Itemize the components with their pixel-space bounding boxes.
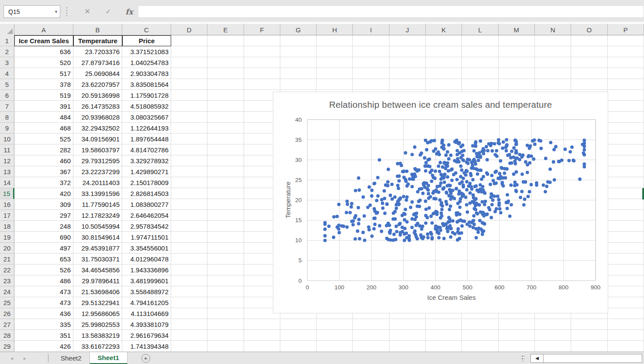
cell-D15[interactable] [171,188,207,199]
cell-D25[interactable] [171,297,207,308]
row-header-4[interactable]: 4 [0,68,14,79]
cell-C28[interactable]: 2.961679634 [122,330,171,341]
sheet-tab-sheet1[interactable]: Sheet1 [90,352,127,364]
cell-C26[interactable]: 4.113104669 [122,308,171,319]
cell-D11[interactable] [171,144,207,155]
cell-A25[interactable]: 473 [14,297,73,308]
cell-E21[interactable] [207,254,244,264]
row-header-18[interactable]: 18 [0,221,14,232]
cell-O29[interactable] [571,341,607,352]
cell-P13[interactable] [608,166,644,177]
cell-P15[interactable] [608,188,644,199]
cell-D5[interactable] [171,79,207,90]
cell-D19[interactable] [171,232,207,243]
cell-P10[interactable] [608,134,644,144]
cell-D16[interactable] [171,199,207,210]
cell-B27[interactable]: 25.99802553 [73,319,122,330]
cell-A29[interactable]: 426 [14,341,73,352]
select-all-button[interactable] [0,24,14,35]
cell-E24[interactable] [207,286,244,297]
cell-C16[interactable]: 1.083800277 [122,199,171,210]
row-header-28[interactable]: 28 [0,330,14,341]
row-header-9[interactable]: 9 [0,123,14,134]
horizontal-scrollbar[interactable]: ◀ [530,354,644,363]
cell-A15[interactable]: 420 [14,188,73,199]
cell-G27[interactable] [280,319,317,330]
cell-O5[interactable] [571,79,607,90]
cell-C12[interactable]: 3.329278932 [122,155,171,166]
cell-D20[interactable] [171,243,207,254]
cell-J29[interactable] [389,341,426,352]
cell-F4[interactable] [244,68,280,79]
row-header-16[interactable]: 16 [0,199,14,210]
cell-E23[interactable] [207,275,244,286]
cell-E16[interactable] [207,199,244,210]
scroll-left-icon[interactable]: ◀ [530,354,544,363]
cell-A18[interactable]: 248 [14,221,73,232]
cell-P25[interactable] [608,297,644,308]
cell-A3[interactable]: 520 [14,57,73,68]
cell-K2[interactable] [426,46,462,57]
cell-P7[interactable] [608,101,644,112]
column-header-I[interactable]: I [353,24,389,35]
cell-A12[interactable]: 460 [14,155,73,166]
cell-B11[interactable]: 19.58603797 [73,144,122,155]
cell-J4[interactable] [389,68,426,79]
cell-C8[interactable]: 3.080325667 [122,112,171,123]
cell-C3[interactable]: 1.040254783 [122,57,171,68]
cell-M28[interactable] [499,330,535,341]
cell-L28[interactable] [462,330,498,341]
cell-J27[interactable] [389,319,426,330]
cell-M3[interactable] [499,57,535,68]
cell-A4[interactable]: 517 [14,68,73,79]
cell-F1[interactable] [244,35,280,46]
cell-E27[interactable] [207,319,244,330]
cell-P9[interactable] [608,123,644,134]
cell-C6[interactable]: 1.175901728 [122,90,171,101]
cell-E12[interactable] [207,155,244,166]
cell-G4[interactable] [280,68,317,79]
cell-N4[interactable] [535,68,571,79]
column-header-D[interactable]: D [171,24,207,35]
cell-G28[interactable] [280,330,317,341]
cell-M2[interactable] [499,46,535,57]
cell-B9[interactable]: 32.29432502 [73,123,122,134]
cell-P4[interactable] [608,68,644,79]
column-header-H[interactable]: H [317,24,353,35]
cell-A1[interactable]: Ice Cream Sales [14,35,73,46]
cell-P8[interactable] [608,112,644,123]
cell-C19[interactable]: 1.974711501 [122,232,171,243]
cell-M29[interactable] [499,341,535,352]
cell-A6[interactable]: 519 [14,90,73,101]
cell-D8[interactable] [171,112,207,123]
cell-G3[interactable] [280,57,317,68]
add-sheet-icon[interactable]: + [141,354,150,363]
cell-B24[interactable]: 21.53698406 [73,286,122,297]
cell-B3[interactable]: 27.87973416 [73,57,122,68]
cell-A14[interactable]: 372 [14,177,73,188]
cell-D10[interactable] [171,134,207,144]
cell-P28[interactable] [608,330,644,341]
cell-A27[interactable]: 335 [14,319,73,330]
cell-H1[interactable] [317,35,353,46]
cell-P12[interactable] [608,155,644,166]
cell-E2[interactable] [207,46,244,57]
cell-I28[interactable] [353,330,389,341]
name-box[interactable]: Q15 ▾ [3,5,60,18]
cell-M5[interactable] [499,79,535,90]
cell-I3[interactable] [353,57,389,68]
cell-D27[interactable] [171,319,207,330]
cell-D28[interactable] [171,330,207,341]
cell-J3[interactable] [389,57,426,68]
cell-N1[interactable] [535,35,571,46]
cell-C23[interactable]: 3.481999601 [122,275,171,286]
cell-L1[interactable] [462,35,498,46]
cell-D26[interactable] [171,308,207,319]
scrollbar-thumb[interactable] [544,354,642,363]
column-header-G[interactable]: G [280,24,317,35]
cell-D21[interactable] [171,254,207,264]
cell-A17[interactable]: 297 [14,210,73,221]
column-header-P[interactable]: P [608,24,644,35]
scrollbar-resize-grip-icon[interactable] [521,355,524,361]
cell-L27[interactable] [462,319,498,330]
